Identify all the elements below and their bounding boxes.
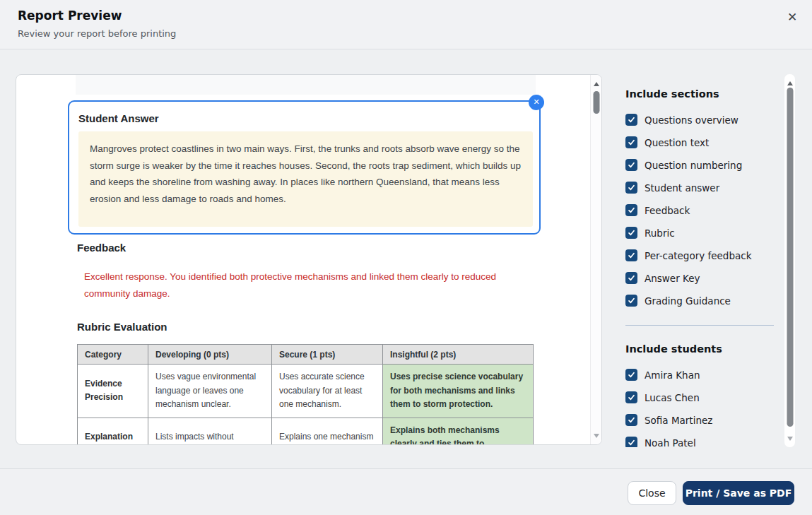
dialog-title: Report Preview [18, 8, 122, 23]
include-students-heading: Include students [625, 343, 722, 355]
checkbox-checked-icon[interactable] [625, 369, 637, 381]
feedback-text: Excellent response. You identified both … [84, 268, 536, 302]
sidebar-checkbox-student-noah-patel[interactable]: Noah Patel [625, 437, 777, 447]
checkbox-label: Rubric [645, 227, 675, 239]
include-sections-heading: Include sections [625, 88, 719, 100]
sidebar-checkbox-grading-guidance[interactable]: Grading Guidance [625, 295, 777, 307]
checkbox-label: Student answer [645, 182, 719, 194]
student-answer-section-selected[interactable]: ✕ Student Answer Mangroves protect coast… [68, 100, 541, 235]
rubric-cell-secure: Uses accurate science vocabulary for at … [272, 365, 383, 418]
rubric-cell-insightful-selected: Uses precise science vocabulary for both… [383, 365, 534, 418]
checkbox-label: Grading Guidance [645, 295, 731, 307]
checkbox-checked-icon[interactable] [625, 159, 637, 171]
checkbox-checked-icon[interactable] [625, 391, 637, 403]
rubric-col-category: Category [78, 345, 148, 365]
rubric-cell-developing: Uses vague environmental language or lea… [148, 365, 272, 418]
checkbox-label: Answer Key [645, 273, 700, 284]
rubric-col-developing: Developing (0 pts) [148, 345, 272, 365]
checkbox-checked-icon[interactable] [625, 227, 637, 239]
sidebar-checkbox-per-category-feedback[interactable]: Per-category feedback [625, 249, 777, 261]
checkbox-checked-icon[interactable] [625, 249, 637, 261]
dialog-subtitle: Review your report before printing [18, 28, 176, 39]
student-answer-text: Mangroves protect coastlines in two main… [78, 131, 533, 227]
rubric-header-row: Category Developing (0 pts) Secure (1 pt… [78, 345, 534, 365]
rubric-cell-secure: Explains one mechanism clearly or both a… [272, 418, 383, 445]
checkbox-label: Noah Patel [645, 437, 696, 448]
checkbox-checked-icon[interactable] [625, 437, 637, 447]
sidebar-divider [625, 325, 774, 326]
sidebar-checkbox-feedback[interactable]: Feedback [625, 204, 777, 216]
dialog-footer: Close Print / Save as PDF [0, 468, 812, 515]
checkbox-checked-icon[interactable] [625, 182, 637, 194]
checkbox-label: Amira Khan [645, 369, 700, 381]
sidebar-checkbox-question-numbering[interactable]: Question numbering [625, 159, 777, 171]
sidebar-checkbox-question-text[interactable]: Question text [625, 136, 777, 148]
options-sidebar: Include sections Questions overview Ques… [625, 74, 777, 447]
checkbox-checked-icon[interactable] [625, 136, 637, 148]
document-scrollbar[interactable] [590, 75, 601, 444]
sidebar-scrollbar[interactable] [784, 74, 795, 447]
sidebar-scrollbar-thumb[interactable] [787, 88, 793, 427]
sidebar-checkbox-answer-key[interactable]: Answer Key [625, 272, 777, 284]
report-preview-document: ✕ Student Answer Mangroves protect coast… [16, 74, 602, 445]
sidebar-checkbox-student-lucas-chen[interactable]: Lucas Chen [625, 391, 777, 403]
sidebar-checkbox-rubric[interactable]: Rubric [625, 227, 777, 239]
checkbox-label: Feedback [645, 205, 690, 216]
scroll-up-arrow-icon[interactable] [787, 81, 793, 85]
rubric-heading: Rubric Evaluation [77, 321, 167, 333]
dialog-header: Report Preview Review your report before… [0, 0, 812, 49]
checkbox-label: Question text [645, 137, 709, 148]
checkbox-checked-icon[interactable] [625, 272, 637, 284]
checkbox-label: Question numbering [645, 160, 742, 171]
rubric-cell-category: Explanation Depth [78, 418, 148, 445]
scroll-down-arrow-icon[interactable] [594, 434, 599, 438]
rubric-cell-category: Evidence Precision [78, 365, 148, 418]
rubric-cell-developing: Lists impacts without explaining how man… [148, 418, 272, 445]
sections-checklist: Questions overview Question text Questio… [625, 114, 777, 317]
sidebar-checkbox-questions-overview[interactable]: Questions overview [625, 114, 777, 126]
feedback-heading: Feedback [77, 242, 126, 254]
table-row: Evidence Precision Uses vague environmen… [78, 365, 534, 418]
students-checklist: Amira Khan Lucas Chen Sofia Martinez Noa… [625, 369, 777, 447]
remove-section-icon[interactable]: ✕ [529, 95, 544, 110]
print-save-pdf-button[interactable]: Print / Save as PDF [683, 481, 794, 505]
scroll-up-arrow-icon[interactable] [594, 82, 599, 86]
checkbox-checked-icon[interactable] [625, 295, 637, 307]
checkbox-label: Lucas Chen [645, 392, 700, 403]
checkbox-label: Per-category feedback [645, 250, 752, 261]
table-row: Explanation Depth Lists impacts without … [78, 418, 534, 445]
previous-section-remnant [76, 75, 536, 95]
checkbox-checked-icon[interactable] [625, 204, 637, 216]
rubric-cell-insightful-selected: Explains both mechanisms clearly and tie… [383, 418, 534, 445]
sidebar-checkbox-student-answer[interactable]: Student answer [625, 182, 777, 194]
document-scrollbar-thumb[interactable] [593, 91, 599, 114]
sidebar-checkbox-student-sofia-martinez[interactable]: Sofia Martinez [625, 414, 777, 426]
checkbox-label: Questions overview [645, 114, 739, 126]
checkbox-checked-icon[interactable] [625, 414, 637, 426]
close-icon[interactable]: ✕ [784, 8, 801, 25]
scroll-down-arrow-icon[interactable] [787, 437, 793, 441]
checkbox-checked-icon[interactable] [625, 114, 637, 126]
student-answer-heading: Student Answer [78, 112, 159, 124]
rubric-col-secure: Secure (1 pts) [272, 345, 383, 365]
sidebar-checkbox-student-amira-khan[interactable]: Amira Khan [625, 369, 777, 381]
rubric-col-insightful: Insightful (2 pts) [383, 345, 534, 365]
rubric-table: Category Developing (0 pts) Secure (1 pt… [77, 344, 534, 445]
checkbox-label: Sofia Martinez [645, 415, 712, 426]
close-button[interactable]: Close [628, 481, 676, 505]
